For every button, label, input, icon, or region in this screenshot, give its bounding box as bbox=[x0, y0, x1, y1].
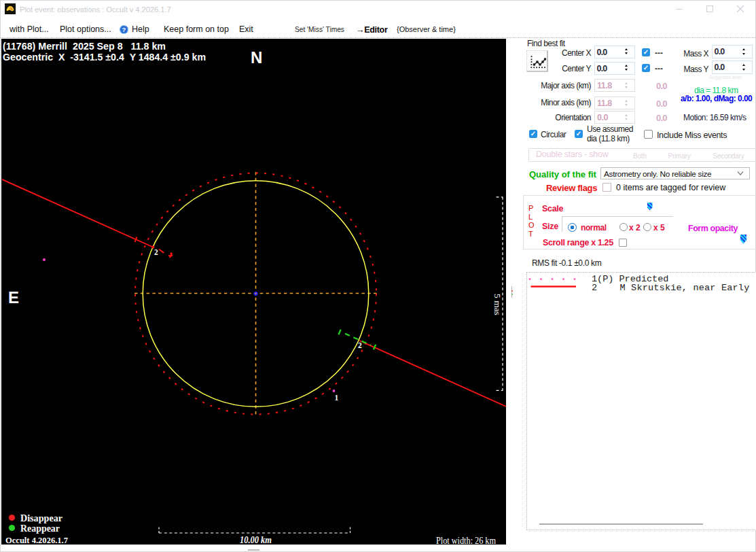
svg-text:?: ? bbox=[122, 26, 126, 33]
svg-text:10.00 km: 10.00 km bbox=[240, 535, 272, 545]
svg-text:1: 1 bbox=[335, 394, 339, 402]
svg-text:2: 2 bbox=[358, 341, 362, 349]
svg-text:Reappear: Reappear bbox=[20, 523, 60, 534]
svg-text:2: 2 bbox=[154, 248, 158, 256]
svg-text:E: E bbox=[8, 288, 19, 307]
svg-text:Geocentric X -3141.5 ±0.4 Y: Geocentric X -3141.5 ±0.4 Y 1484.4 ±0.9 … bbox=[3, 52, 206, 63]
svg-text:Plot width: 26 km: Plot width: 26 km bbox=[436, 536, 496, 545]
svg-text:Occult 4.2026.1.7: Occult 4.2026.1.7 bbox=[5, 536, 68, 545]
svg-text:(11768) Merrill 2025 Sep 8: (11768) Merrill 2025 Sep 8 11.8 km bbox=[3, 41, 166, 52]
svg-text:5 mas: 5 mas bbox=[492, 294, 503, 315]
svg-text:Disappear: Disappear bbox=[20, 513, 63, 523]
svg-text:N: N bbox=[251, 48, 262, 67]
